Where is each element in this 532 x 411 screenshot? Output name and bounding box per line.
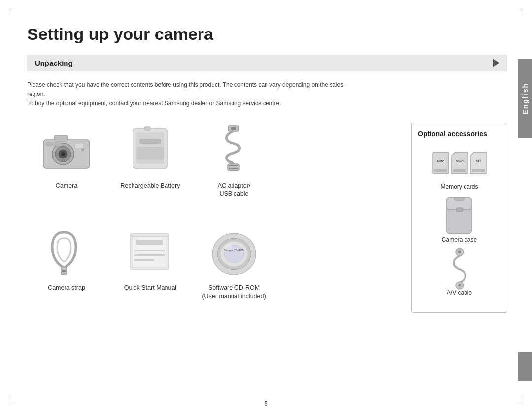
ac-adapter-label: AC adapter/USB cable [218,182,251,199]
svg-rect-15 [231,127,236,130]
description-text: Please check that you have the correct c… [27,80,362,109]
page-number: 5 [264,400,267,407]
svg-rect-47 [459,249,461,251]
svg-rect-11 [139,139,161,144]
svg-point-4 [61,152,65,156]
section-header-title: Unpacking [35,59,73,67]
item-ac-adapter: AC adapter/USB cable [195,123,273,210]
language-label: English [521,83,529,115]
svg-rect-23 [134,254,165,256]
camera-image [37,123,96,177]
corner-mark-tr [516,9,523,16]
language-tab: English [518,59,532,138]
strap-image [37,225,96,279]
memory-cards-image: MMC SDHC S [428,146,492,180]
svg-text:SDHC: SDHC [456,160,464,163]
svg-rect-34 [434,169,447,172]
svg-rect-16 [228,164,239,171]
optional-title: Optional accessories [418,130,501,138]
ac-adapter-image [204,123,264,177]
svg-rect-44 [454,197,464,200]
svg-rect-22 [134,250,165,251]
battery-label: Rechargeable Battery [121,182,180,190]
items-grid: Camera [27,123,401,313]
memory-cards-row: MMC SDHC S [432,152,487,174]
corner-mark-br [516,395,523,402]
optional-accessories-box: Optional accessories MMC [411,123,507,313]
svg-rect-12 [137,147,164,159]
camera-case-label: Camera case [442,236,477,243]
svg-rect-36 [453,169,466,172]
svg-rect-5 [54,135,68,141]
svg-rect-8 [46,142,61,146]
svg-text:SD: SD [476,159,481,163]
main-layout: Camera [27,123,507,313]
svg-rect-21 [136,240,163,245]
page-title: Setting up your camera [27,25,507,44]
manual-label: Quick Start Manual [124,284,176,293]
item-battery: Rechargeable Battery [111,123,190,210]
optional-av-cable: A/V cable [418,252,501,296]
svg-rect-13 [144,127,150,130]
cdrom-image: Software CD-ROM [204,225,264,279]
manual-image [121,225,180,279]
svg-point-7 [81,148,84,151]
item-cdrom: Software CD-ROM Software CD-ROM(User man… [195,225,273,313]
memory-cards-label: Memory cards [440,183,478,190]
strap-label: Camera strap [48,284,85,293]
camera-label: Camera [56,182,77,190]
corner-mark-bl [9,395,16,402]
cdrom-label: Software CD-ROM(User manual included) [202,284,266,301]
item-manual: Quick Start Manual [111,225,190,313]
item-strap: Camera strap [27,225,106,313]
av-cable-label: A/V cable [447,289,472,296]
battery-image [121,123,180,177]
right-accent-bar [518,352,532,381]
svg-rect-18 [62,270,66,272]
corner-mark-tl [9,9,16,16]
av-cable-image [428,252,492,286]
svg-rect-6 [75,143,84,149]
svg-rect-38 [472,169,485,172]
svg-rect-43 [456,208,463,212]
svg-rect-24 [134,259,154,261]
optional-camera-case: Camera case [418,199,501,243]
optional-memory-cards: MMC SDHC S [418,146,501,190]
section-header: Unpacking [27,55,507,71]
camera-case-image [428,199,492,233]
page-container: English Setting up your camera Unpacking… [0,0,532,411]
section-header-arrow-icon [493,59,499,67]
item-camera: Camera [27,123,106,210]
main-content: Setting up your camera Unpacking Please … [27,20,507,391]
svg-text:MMC: MMC [437,160,444,163]
